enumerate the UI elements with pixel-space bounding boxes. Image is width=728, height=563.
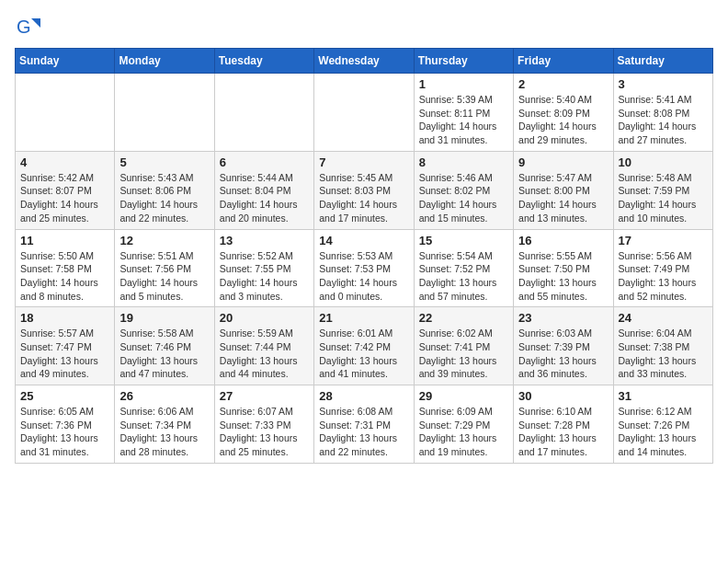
calendar-cell: 21Sunrise: 6:01 AM Sunset: 7:42 PM Dayli…	[314, 307, 414, 385]
day-info: Sunrise: 5:42 AM Sunset: 8:07 PM Dayligh…	[20, 171, 109, 225]
calendar-cell: 4Sunrise: 5:42 AM Sunset: 8:07 PM Daylig…	[16, 151, 115, 229]
calendar-cell: 27Sunrise: 6:07 AM Sunset: 7:33 PM Dayli…	[214, 385, 313, 464]
day-number: 5	[119, 155, 209, 169]
day-number: 13	[220, 234, 309, 247]
calendar-table: SundayMondayTuesdayWednesdayThursdayFrid…	[15, 48, 713, 464]
calendar-cell: 23Sunrise: 6:03 AM Sunset: 7:39 PM Dayli…	[514, 307, 613, 385]
calendar-cell: 11Sunrise: 5:50 AM Sunset: 7:58 PM Dayli…	[16, 229, 115, 307]
day-number: 24	[619, 311, 708, 325]
day-info: Sunrise: 5:56 AM Sunset: 7:49 PM Dayligh…	[619, 249, 708, 304]
day-info: Sunrise: 6:07 AM Sunset: 7:33 PM Dayligh…	[220, 405, 309, 459]
day-info: Sunrise: 5:57 AM Sunset: 7:47 PM Dayligh…	[20, 327, 109, 381]
calendar-cell: 9Sunrise: 5:47 AM Sunset: 8:00 PM Daylig…	[514, 151, 613, 229]
day-number: 30	[518, 389, 608, 403]
day-number: 9	[518, 155, 608, 169]
day-number: 23	[518, 311, 608, 325]
page-header: G	[15, 15, 713, 40]
day-header-wednesday: Wednesday	[314, 49, 414, 74]
day-info: Sunrise: 5:52 AM Sunset: 7:55 PM Dayligh…	[220, 249, 309, 304]
day-info: Sunrise: 5:46 AM Sunset: 8:02 PM Dayligh…	[419, 171, 508, 225]
day-info: Sunrise: 6:12 AM Sunset: 7:26 PM Dayligh…	[619, 405, 708, 459]
day-number: 10	[619, 155, 708, 169]
day-info: Sunrise: 5:40 AM Sunset: 8:09 PM Dayligh…	[518, 93, 608, 147]
day-number: 26	[119, 389, 209, 403]
day-number: 19	[119, 311, 209, 325]
svg-text:G: G	[17, 17, 31, 37]
day-header-sunday: Sunday	[16, 49, 115, 74]
calendar-cell: 5Sunrise: 5:43 AM Sunset: 8:06 PM Daylig…	[115, 151, 214, 229]
calendar-cell: 2Sunrise: 5:40 AM Sunset: 8:09 PM Daylig…	[514, 74, 613, 152]
day-info: Sunrise: 5:51 AM Sunset: 7:56 PM Dayligh…	[119, 249, 209, 304]
day-header-tuesday: Tuesday	[214, 49, 313, 74]
calendar-header-row: SundayMondayTuesdayWednesdayThursdayFrid…	[16, 49, 713, 74]
day-number: 22	[419, 311, 508, 325]
day-number: 7	[319, 155, 408, 169]
day-number: 8	[419, 155, 508, 169]
day-number: 15	[419, 234, 508, 247]
calendar-cell	[16, 74, 115, 152]
day-info: Sunrise: 5:39 AM Sunset: 8:11 PM Dayligh…	[419, 93, 508, 147]
calendar-cell: 24Sunrise: 6:04 AM Sunset: 7:38 PM Dayli…	[613, 307, 712, 385]
calendar-cell: 22Sunrise: 6:02 AM Sunset: 7:41 PM Dayli…	[414, 307, 513, 385]
day-info: Sunrise: 6:04 AM Sunset: 7:38 PM Dayligh…	[619, 327, 708, 381]
day-info: Sunrise: 5:53 AM Sunset: 7:53 PM Dayligh…	[319, 249, 408, 304]
day-info: Sunrise: 5:43 AM Sunset: 8:06 PM Dayligh…	[119, 171, 209, 225]
calendar-cell: 1Sunrise: 5:39 AM Sunset: 8:11 PM Daylig…	[414, 74, 513, 152]
calendar-cell: 19Sunrise: 5:58 AM Sunset: 7:46 PM Dayli…	[115, 307, 214, 385]
day-info: Sunrise: 6:08 AM Sunset: 7:31 PM Dayligh…	[319, 405, 408, 459]
calendar-cell: 12Sunrise: 5:51 AM Sunset: 7:56 PM Dayli…	[115, 229, 214, 307]
day-header-friday: Friday	[514, 49, 613, 74]
day-info: Sunrise: 5:44 AM Sunset: 8:04 PM Dayligh…	[220, 171, 309, 225]
day-info: Sunrise: 5:45 AM Sunset: 8:03 PM Dayligh…	[319, 171, 408, 225]
day-number: 20	[220, 311, 309, 325]
calendar-week-row: 1Sunrise: 5:39 AM Sunset: 8:11 PM Daylig…	[16, 74, 713, 152]
day-number: 25	[20, 389, 109, 403]
logo: G	[15, 15, 42, 40]
day-number: 11	[20, 234, 109, 247]
day-header-monday: Monday	[115, 49, 214, 74]
day-number: 14	[319, 234, 408, 247]
calendar-cell: 7Sunrise: 5:45 AM Sunset: 8:03 PM Daylig…	[314, 151, 414, 229]
day-number: 29	[419, 389, 508, 403]
day-info: Sunrise: 6:01 AM Sunset: 7:42 PM Dayligh…	[319, 327, 408, 381]
day-info: Sunrise: 6:10 AM Sunset: 7:28 PM Dayligh…	[518, 405, 608, 459]
day-number: 18	[20, 311, 109, 325]
calendar-week-row: 25Sunrise: 6:05 AM Sunset: 7:36 PM Dayli…	[16, 385, 713, 464]
calendar-cell: 30Sunrise: 6:10 AM Sunset: 7:28 PM Dayli…	[514, 385, 613, 464]
day-number: 4	[20, 155, 109, 169]
day-number: 21	[319, 311, 408, 325]
calendar-cell: 20Sunrise: 5:59 AM Sunset: 7:44 PM Dayli…	[214, 307, 313, 385]
calendar-week-row: 11Sunrise: 5:50 AM Sunset: 7:58 PM Dayli…	[16, 229, 713, 307]
day-info: Sunrise: 5:41 AM Sunset: 8:08 PM Dayligh…	[619, 93, 708, 147]
calendar-cell	[314, 74, 414, 152]
day-number: 27	[220, 389, 309, 403]
logo-icon: G	[15, 15, 40, 40]
calendar-cell: 8Sunrise: 5:46 AM Sunset: 8:02 PM Daylig…	[414, 151, 513, 229]
calendar-cell: 18Sunrise: 5:57 AM Sunset: 7:47 PM Dayli…	[16, 307, 115, 385]
day-info: Sunrise: 6:03 AM Sunset: 7:39 PM Dayligh…	[518, 327, 608, 381]
day-number: 2	[518, 77, 608, 91]
day-info: Sunrise: 6:02 AM Sunset: 7:41 PM Dayligh…	[419, 327, 508, 381]
day-info: Sunrise: 6:09 AM Sunset: 7:29 PM Dayligh…	[419, 405, 508, 459]
day-number: 28	[319, 389, 408, 403]
calendar-cell	[214, 74, 313, 152]
day-number: 16	[518, 234, 608, 247]
calendar-cell: 6Sunrise: 5:44 AM Sunset: 8:04 PM Daylig…	[214, 151, 313, 229]
calendar-cell: 13Sunrise: 5:52 AM Sunset: 7:55 PM Dayli…	[214, 229, 313, 307]
calendar-cell: 31Sunrise: 6:12 AM Sunset: 7:26 PM Dayli…	[613, 385, 712, 464]
day-header-thursday: Thursday	[414, 49, 513, 74]
day-info: Sunrise: 6:06 AM Sunset: 7:34 PM Dayligh…	[119, 405, 209, 459]
calendar-cell: 14Sunrise: 5:53 AM Sunset: 7:53 PM Dayli…	[314, 229, 414, 307]
day-number: 1	[419, 77, 508, 91]
day-header-saturday: Saturday	[613, 49, 712, 74]
calendar-week-row: 18Sunrise: 5:57 AM Sunset: 7:47 PM Dayli…	[16, 307, 713, 385]
calendar-cell: 16Sunrise: 5:55 AM Sunset: 7:50 PM Dayli…	[514, 229, 613, 307]
day-info: Sunrise: 5:50 AM Sunset: 7:58 PM Dayligh…	[20, 249, 109, 304]
calendar-cell: 25Sunrise: 6:05 AM Sunset: 7:36 PM Dayli…	[16, 385, 115, 464]
calendar-cell: 15Sunrise: 5:54 AM Sunset: 7:52 PM Dayli…	[414, 229, 513, 307]
day-number: 31	[619, 389, 708, 403]
day-number: 17	[619, 234, 708, 247]
calendar-cell: 3Sunrise: 5:41 AM Sunset: 8:08 PM Daylig…	[613, 74, 712, 152]
calendar-cell: 17Sunrise: 5:56 AM Sunset: 7:49 PM Dayli…	[613, 229, 712, 307]
day-info: Sunrise: 5:59 AM Sunset: 7:44 PM Dayligh…	[220, 327, 309, 381]
